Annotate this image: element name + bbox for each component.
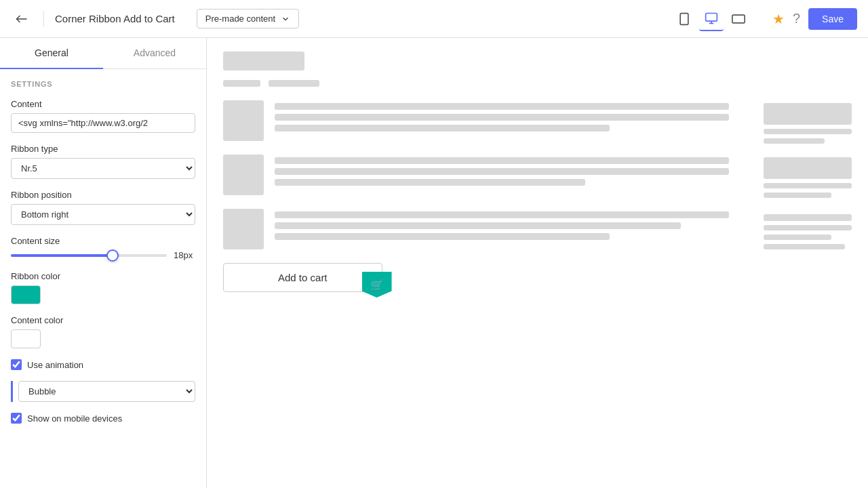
save-button[interactable]: Save (808, 8, 857, 30)
cart-area: Add to cart 🛒 (223, 263, 382, 292)
side-line-3c (764, 235, 831, 240)
product-side-2 (764, 155, 852, 198)
content-color-swatch[interactable] (11, 329, 41, 348)
add-to-cart-button[interactable]: Add to cart (223, 263, 382, 292)
product-line-1b (275, 114, 729, 121)
tab-advanced[interactable]: Advanced (103, 38, 206, 69)
side-line-1b (764, 138, 825, 144)
content-color-label: Content color (11, 315, 195, 325)
ribbon-position-label: Ribbon position (11, 190, 195, 200)
subtitle-skeleton-row (223, 80, 852, 87)
topbar-actions: ★ ? Save (772, 8, 857, 30)
preset-label: Pre-made content (205, 14, 275, 24)
ribbon-type-select[interactable]: Nr.1 Nr.2 Nr.3 Nr.4 Nr.5 Nr.6 (11, 158, 195, 179)
title-skeleton (223, 52, 304, 70)
preset-button[interactable]: Pre-made content (197, 9, 299, 28)
help-icon[interactable]: ? (793, 11, 800, 26)
side-line-3b (764, 225, 852, 230)
ribbon-color-swatch[interactable] (11, 285, 41, 304)
subtitle-skel-2 (269, 80, 319, 87)
device-icons (672, 7, 751, 31)
ribbon-position-field-group: Ribbon position Top left Top right Botto… (11, 190, 195, 225)
animation-type-field-group: Bubble Bounce Shake Pulse (11, 381, 195, 402)
preview-area: Add to cart 🛒 (207, 38, 868, 488)
product-line-1c (275, 125, 610, 131)
product-lines-1 (275, 100, 753, 131)
svg-rect-5 (732, 15, 745, 23)
product-side-3 (764, 209, 852, 249)
product-thumb-1 (223, 100, 264, 141)
settings-section-label: SETTINGS (11, 80, 195, 88)
side-line-2b (764, 192, 831, 198)
side-block-1 (764, 103, 852, 125)
product-line-2b (275, 168, 729, 175)
content-size-value: 18px (174, 250, 195, 260)
product-lines-2 (275, 155, 753, 186)
use-animation-label[interactable]: Use animation (27, 360, 83, 370)
product-row-1 (223, 100, 852, 144)
sidebar: General Advanced SETTINGS Content Ribbon… (0, 38, 207, 488)
side-block-2 (764, 157, 852, 179)
ribbon-type-field-group: Ribbon type Nr.1 Nr.2 Nr.3 Nr.4 Nr.5 Nr.… (11, 144, 195, 179)
ribbon-color-field-group: Ribbon color (11, 271, 195, 304)
content-label: Content (11, 99, 195, 109)
side-line-1a (764, 129, 852, 134)
svg-rect-2 (706, 13, 717, 21)
side-line-2a (764, 183, 852, 188)
cart-ribbon: 🛒 (362, 272, 392, 298)
widescreen-icon[interactable] (726, 7, 751, 31)
content-size-field-group: Content size 18px (11, 236, 195, 260)
product-line-3a (275, 211, 729, 218)
tab-general[interactable]: General (0, 38, 103, 69)
slider-fill (11, 254, 113, 257)
main-layout: General Advanced SETTINGS Content Ribbon… (0, 38, 868, 488)
product-thumb-2 (223, 155, 264, 195)
product-line-3b (275, 222, 681, 229)
content-input[interactable] (11, 113, 195, 133)
use-animation-row: Use animation (11, 359, 195, 370)
star-icon[interactable]: ★ (772, 11, 785, 27)
mobile-icon[interactable] (672, 7, 696, 31)
show-mobile-label[interactable]: Show on mobile devices (27, 413, 122, 424)
product-thumb-3 (223, 209, 264, 249)
preset-dropdown[interactable]: Pre-made content (197, 9, 299, 28)
product-line-2c (275, 179, 585, 186)
show-mobile-checkbox[interactable] (11, 413, 22, 424)
desktop-icon[interactable] (699, 7, 724, 31)
add-to-cart-label: Add to cart (278, 272, 328, 283)
content-field-group: Content (11, 99, 195, 133)
sidebar-tabs: General Advanced (0, 38, 206, 69)
content-size-slider-row: 18px (11, 250, 195, 260)
topbar-divider (43, 11, 44, 27)
content-size-label: Content size (11, 236, 195, 246)
ribbon-position-select[interactable]: Top left Top right Bottom left Bottom ri… (11, 204, 195, 225)
side-line-3d (764, 244, 845, 249)
subtitle-skel-1 (223, 80, 260, 87)
page-title: Corner Ribbon Add to Cart (55, 13, 175, 24)
product-line-3c (275, 233, 610, 240)
product-side-1 (764, 100, 852, 144)
back-button[interactable] (11, 8, 33, 30)
animation-type-select[interactable]: Bubble Bounce Shake Pulse (18, 381, 195, 402)
product-list-skeleton (223, 100, 852, 249)
product-line-1a (275, 103, 729, 110)
sidebar-content: SETTINGS Content Ribbon type Nr.1 Nr.2 N… (0, 69, 206, 488)
product-row-3 (223, 209, 852, 249)
topbar: Corner Ribbon Add to Cart Pre-made conte… (0, 0, 868, 38)
use-animation-checkbox[interactable] (11, 359, 22, 370)
product-lines-3 (275, 209, 753, 240)
product-row-2 (223, 155, 852, 198)
show-mobile-row: Show on mobile devices (11, 413, 195, 424)
slider-track (11, 254, 167, 257)
slider-thumb[interactable] (106, 249, 119, 262)
side-line-3a (764, 214, 852, 221)
preview-header-skeleton (223, 52, 852, 87)
svg-rect-0 (680, 13, 688, 24)
ribbon-type-label: Ribbon type (11, 144, 195, 154)
product-line-2a (275, 157, 729, 164)
ribbon-color-label: Ribbon color (11, 271, 195, 281)
content-color-field-group: Content color (11, 315, 195, 348)
cart-ribbon-icon: 🛒 (370, 279, 384, 291)
